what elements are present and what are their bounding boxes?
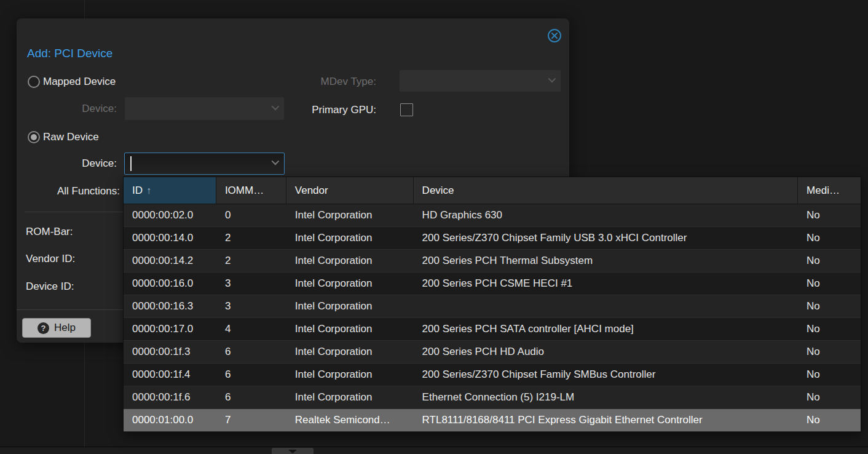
table-cell: 200 Series PCH CSME HECI #1 <box>414 273 798 295</box>
column-header-id[interactable]: ID↑ <box>124 177 216 204</box>
column-header-device[interactable]: Device <box>414 177 798 204</box>
help-button[interactable]: ? Help <box>22 318 91 338</box>
mapped-device-field-label: Device: <box>53 103 117 115</box>
mdev-type-label: MDev Type: <box>219 76 376 88</box>
table-cell: 3 <box>216 273 286 295</box>
log-panel-collapsed-bar <box>0 447 868 454</box>
table-cell: 6 <box>216 364 286 386</box>
table-cell <box>414 295 798 317</box>
table-cell: No <box>798 318 861 340</box>
chevron-down-icon <box>272 102 280 110</box>
table-cell: 0000:00:17.0 <box>124 318 216 340</box>
table-cell: HD Graphics 630 <box>414 204 798 226</box>
vendor-id-label: Vendor ID: <box>26 253 75 265</box>
table-cell: 6 <box>216 386 286 408</box>
mapped-device-radio[interactable] <box>28 76 40 88</box>
table-header-row: ID↑ IOMM… Vendor Device Medi… <box>124 177 861 204</box>
table-row[interactable]: 0000:00:14.22Intel Corporation200 Series… <box>124 250 861 273</box>
table-cell: 0000:00:1f.4 <box>124 364 216 386</box>
table-cell: 3 <box>216 295 286 317</box>
table-cell: No <box>798 250 861 272</box>
table-cell: Ethernet Connection (5) I219-LM <box>414 386 798 408</box>
table-cell: No <box>798 204 861 226</box>
table-cell: 2 <box>216 250 286 272</box>
table-cell: No <box>798 409 861 431</box>
column-header-mediated[interactable]: Medi… <box>798 177 861 204</box>
all-functions-label: All Functions: <box>28 185 120 197</box>
table-cell: 0000:01:00.0 <box>124 409 216 431</box>
table-cell: 0000:00:14.0 <box>124 227 216 249</box>
table-cell: 200 Series/Z370 Chipset Family SMBus Con… <box>414 364 798 386</box>
table-cell: 0000:00:1f.3 <box>124 341 216 363</box>
table-row[interactable]: 0000:01:00.07Realtek Semicond…RTL8111/81… <box>124 409 861 432</box>
table-cell: Realtek Semicond… <box>286 409 414 431</box>
column-header-iommu[interactable]: IOMM… <box>216 177 286 204</box>
table-row[interactable]: 0000:00:02.00Intel CorporationHD Graphic… <box>124 204 861 227</box>
mapped-device-combobox <box>125 97 284 120</box>
table-cell: 2 <box>216 227 286 249</box>
help-button-label: Help <box>54 322 76 334</box>
table-cell: Intel Corporation <box>286 386 414 408</box>
table-cell: 0000:00:14.2 <box>124 250 216 272</box>
table-row[interactable]: 0000:00:16.33Intel CorporationNo <box>124 295 861 318</box>
table-cell: 6 <box>216 341 286 363</box>
table-cell: Intel Corporation <box>286 295 414 317</box>
dialog-title: Add: PCI Device <box>27 47 112 60</box>
column-header-vendor[interactable]: Vendor <box>286 177 414 204</box>
table-cell: 7 <box>216 409 286 431</box>
table-row[interactable]: 0000:00:1f.46Intel Corporation200 Series… <box>124 364 861 386</box>
table-cell: Intel Corporation <box>286 204 414 226</box>
device-table-body: 0000:00:02.00Intel CorporationHD Graphic… <box>124 204 861 432</box>
table-row[interactable]: 0000:00:17.04Intel Corporation200 Series… <box>124 318 861 341</box>
raw-device-combobox[interactable] <box>124 153 285 175</box>
table-cell: 0000:00:16.0 <box>124 273 216 295</box>
table-cell: No <box>798 227 861 249</box>
rom-bar-label: ROM-Bar: <box>26 226 73 238</box>
table-cell: No <box>798 341 861 363</box>
table-cell: 200 Series PCH Thermal Subsystem <box>414 250 798 272</box>
close-icon[interactable] <box>547 28 562 43</box>
table-row[interactable]: 0000:00:1f.36Intel Corporation200 Series… <box>124 341 861 364</box>
table-cell: Intel Corporation <box>286 364 414 386</box>
mapped-device-radio-label: Mapped Device <box>43 76 116 88</box>
primary-gpu-checkbox[interactable] <box>400 103 413 116</box>
column-header-id-label: ID <box>132 185 143 196</box>
table-cell: Intel Corporation <box>286 227 414 249</box>
table-row[interactable]: 0000:00:14.02Intel Corporation200 Series… <box>124 227 861 250</box>
table-cell: 0 <box>216 204 286 226</box>
raw-device-radio[interactable] <box>28 131 40 143</box>
table-cell: 200 Series PCH HD Audio <box>414 341 798 363</box>
raw-device-field-label: Device: <box>53 157 117 170</box>
table-cell: No <box>798 364 861 386</box>
table-cell: No <box>798 386 861 408</box>
table-cell: 200 Series/Z370 Chipset Family USB 3.0 x… <box>414 227 798 249</box>
sort-ascending-icon: ↑ <box>146 185 151 196</box>
table-cell: 0000:00:1f.6 <box>124 386 216 408</box>
table-cell: 4 <box>216 318 286 340</box>
table-cell: RTL8111/8168/8411 PCI Express Gigabit Et… <box>414 409 798 431</box>
table-cell: Intel Corporation <box>286 318 414 340</box>
table-cell: 0000:00:16.3 <box>124 295 216 317</box>
table-cell: No <box>798 273 861 295</box>
table-cell: No <box>798 295 861 317</box>
table-cell: Intel Corporation <box>286 273 414 295</box>
mdev-type-combobox <box>400 70 561 92</box>
table-cell: Intel Corporation <box>286 250 414 272</box>
text-cursor <box>130 156 132 171</box>
chevron-down-icon <box>548 74 556 82</box>
primary-gpu-label: Primary GPU: <box>302 104 376 116</box>
help-icon: ? <box>37 322 49 334</box>
table-row[interactable]: 0000:00:16.03Intel Corporation200 Series… <box>124 273 861 295</box>
table-cell: Intel Corporation <box>286 341 414 363</box>
raw-device-radio-label: Raw Device <box>43 131 99 143</box>
table-row[interactable]: 0000:00:1f.66Intel CorporationEthernet C… <box>124 386 861 409</box>
chevron-down-icon <box>288 450 297 453</box>
device-id-label: Device ID: <box>26 281 74 293</box>
pci-device-picker: ID↑ IOMM… Vendor Device Medi… 0000:00:02… <box>123 177 861 432</box>
table-cell: 200 Series PCH SATA controller [AHCI mod… <box>414 318 798 340</box>
chevron-down-icon <box>272 157 280 165</box>
panel-expand-handle[interactable] <box>272 448 314 454</box>
table-cell: 0000:00:02.0 <box>124 204 216 226</box>
